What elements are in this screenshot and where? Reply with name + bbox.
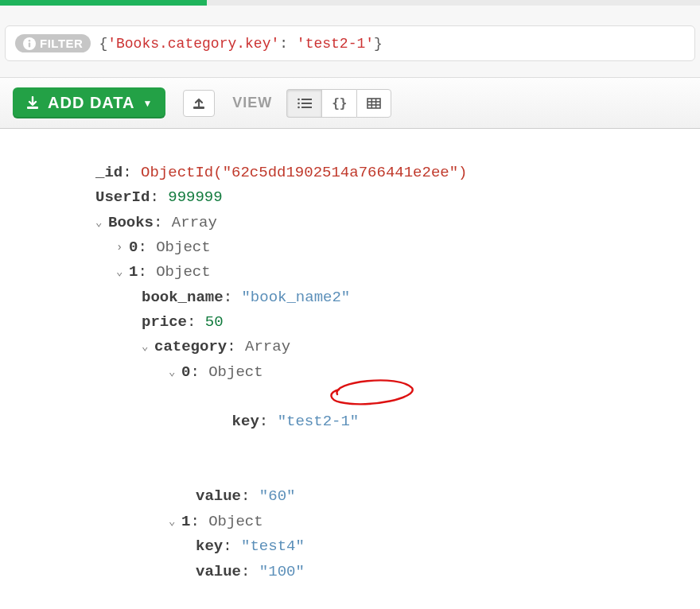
filter-label: FILTER	[40, 37, 83, 50]
svg-point-1	[29, 40, 31, 42]
doc-array-item[interactable]: ›0: Object	[95, 235, 676, 260]
filter-query[interactable]: {'Books.category.key': 'test2-1'}	[99, 36, 383, 52]
caret-down-icon: ▼	[142, 98, 153, 109]
doc-field-category[interactable]: ⌄category: Array	[95, 335, 676, 359]
svg-rect-3	[27, 107, 38, 109]
chevron-down-icon[interactable]: ⌄	[142, 338, 154, 356]
doc-field[interactable]: key: "test2-1"	[95, 385, 676, 484]
document-viewer: _id: ObjectId("62c5dd1902514a766441e2ee"…	[0, 129, 700, 609]
svg-rect-2	[29, 42, 30, 47]
add-data-label: ADD DATA	[48, 94, 134, 112]
import-button[interactable]	[183, 90, 215, 117]
svg-rect-4	[193, 107, 204, 109]
svg-point-10	[298, 106, 300, 108]
chevron-down-icon[interactable]: ⌄	[95, 214, 108, 232]
svg-rect-11	[368, 99, 380, 108]
upload-icon	[192, 96, 206, 111]
chevron-down-icon[interactable]: ⌄	[169, 363, 181, 382]
download-icon	[25, 96, 40, 111]
doc-field-id[interactable]: _id: ObjectId("62c5dd1902514a766441e2ee"…	[95, 161, 676, 185]
chevron-right-icon[interactable]: ›	[116, 239, 129, 257]
doc-array-item[interactable]: ⌄0: Object	[95, 360, 676, 385]
list-icon	[298, 98, 312, 109]
chevron-down-icon[interactable]: ⌄	[116, 263, 129, 281]
doc-field[interactable]: value: "100"	[95, 560, 676, 584]
doc-field[interactable]: book_name: "book_name2"	[95, 285, 676, 310]
doc-field-userid[interactable]: UserId: 999999	[95, 185, 676, 210]
doc-array-item[interactable]: ⌄1: Object	[95, 510, 676, 534]
doc-field[interactable]: value: "60"	[95, 484, 676, 509]
info-icon	[23, 37, 36, 50]
svg-point-8	[298, 98, 300, 100]
doc-field-books[interactable]: ⌄Books: Array	[95, 211, 676, 235]
view-label: VIEW	[232, 95, 272, 111]
table-icon	[367, 98, 381, 109]
add-data-button[interactable]: ADD DATA ▼	[13, 87, 165, 118]
chevron-down-icon[interactable]: ⌄	[169, 513, 181, 531]
view-table-button[interactable]	[356, 89, 391, 118]
svg-point-9	[298, 102, 300, 104]
progress-strip	[0, 0, 700, 6]
view-json-button[interactable]: {}	[321, 89, 356, 118]
view-list-button[interactable]	[286, 89, 321, 118]
doc-array-item[interactable]: ⌄1: Object	[95, 260, 676, 285]
toolbar: ADD DATA ▼ VIEW {}	[0, 77, 700, 129]
view-mode-group: {}	[286, 89, 391, 118]
doc-field[interactable]: price: 50	[95, 310, 676, 335]
filter-pill: FILTER	[15, 34, 91, 52]
braces-icon: {}	[332, 95, 347, 111]
doc-field[interactable]: key: "test4"	[95, 534, 676, 559]
filter-bar[interactable]: FILTER {'Books.category.key': 'test2-1'}	[5, 25, 695, 61]
